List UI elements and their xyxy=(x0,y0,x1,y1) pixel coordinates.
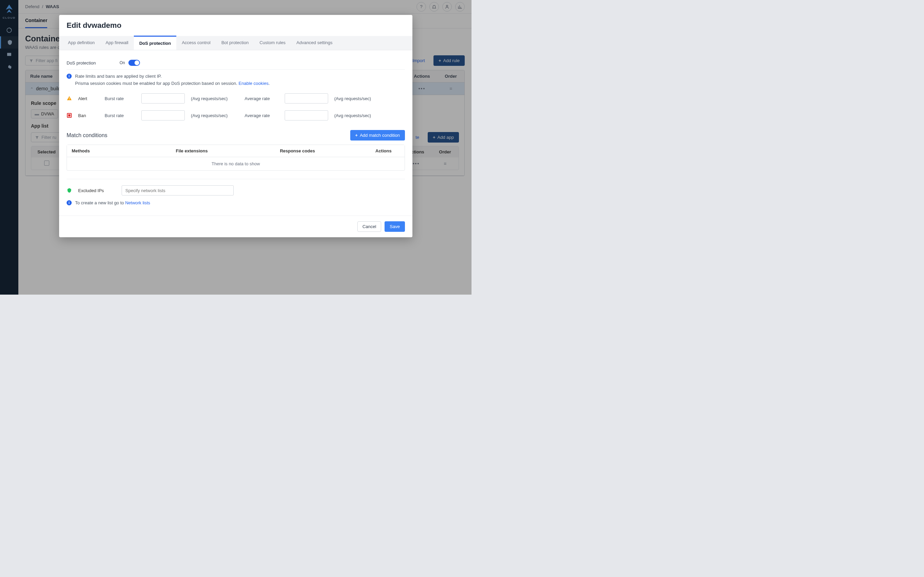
tab-bot-protection[interactable]: Bot protection xyxy=(216,36,254,50)
tab-access-control[interactable]: Access control xyxy=(176,36,216,50)
alert-label: Alert xyxy=(78,96,99,101)
match-empty-state: There is no data to show xyxy=(67,157,405,170)
info-text-1: Rate limits and bans are applied by clie… xyxy=(75,74,270,79)
edit-modal: Edit dvwademo App definition App firewal… xyxy=(59,15,412,237)
col-extensions: File extensions xyxy=(171,145,275,157)
match-conditions-table: Methods File extensions Response codes A… xyxy=(66,145,405,171)
col-response-codes: Response codes xyxy=(275,145,371,157)
info-icon: i xyxy=(66,200,72,205)
unit-label: (Avg requests/sec) xyxy=(334,96,382,101)
unit-label: (Avg requests/sec) xyxy=(191,96,239,101)
ban-icon xyxy=(66,113,72,118)
save-button[interactable]: Save xyxy=(384,221,405,232)
tab-advanced-settings[interactable]: Advanced settings xyxy=(291,36,338,50)
tab-app-firewall[interactable]: App firewall xyxy=(100,36,134,50)
ban-label: Ban xyxy=(78,113,99,118)
excluded-ips-input[interactable] xyxy=(122,185,234,195)
unit-label: (Avg requests/sec) xyxy=(334,113,382,118)
col-match-actions: Actions xyxy=(371,145,405,157)
alert-avg-input[interactable] xyxy=(285,93,328,103)
enable-cookies-link[interactable]: Enable cookies xyxy=(239,81,268,86)
network-lists-link[interactable]: Network lists xyxy=(125,200,150,205)
match-conditions-title: Match conditions xyxy=(66,132,107,139)
toggle-state: On xyxy=(120,60,125,65)
burst-label: Burst rate xyxy=(105,96,135,101)
ban-row: Ban Burst rate (Avg requests/sec) Averag… xyxy=(66,107,405,124)
network-lists-info: To create a new list go to xyxy=(75,200,124,205)
dos-toggle[interactable] xyxy=(128,60,140,66)
modal-tabs: App definition App firewall DoS protecti… xyxy=(59,36,412,50)
tab-custom-rules[interactable]: Custom rules xyxy=(254,36,291,50)
svg-rect-6 xyxy=(68,114,71,117)
avg-label: Average rate xyxy=(245,113,279,118)
col-methods: Methods xyxy=(67,145,171,157)
excluded-ips-label: Excluded IPs xyxy=(78,188,115,193)
burst-label: Burst rate xyxy=(105,113,135,118)
avg-label: Average rate xyxy=(245,96,279,101)
svg-rect-3 xyxy=(69,97,69,99)
modal-title: Edit dvwademo xyxy=(59,15,412,36)
cancel-button[interactable]: Cancel xyxy=(357,221,381,232)
ban-burst-input[interactable] xyxy=(141,110,185,121)
tab-dos-protection[interactable]: DoS protection xyxy=(134,35,176,50)
add-match-condition-button[interactable]: +Add match condition xyxy=(350,130,405,140)
info-icon: i xyxy=(66,74,72,79)
dos-label: DoS protection xyxy=(66,60,96,66)
info-text-2: Prisma session cookies must be enabled f… xyxy=(75,81,237,86)
ban-avg-input[interactable] xyxy=(285,110,328,121)
unit-label: (Avg requests/sec) xyxy=(191,113,239,118)
alert-row: Alert Burst rate (Avg requests/sec) Aver… xyxy=(66,90,405,107)
modal-overlay: Edit dvwademo App definition App firewal… xyxy=(0,0,472,295)
tab-app-definition[interactable]: App definition xyxy=(63,36,100,50)
alert-burst-input[interactable] xyxy=(141,93,185,103)
alert-icon xyxy=(66,96,72,101)
shield-icon xyxy=(66,188,72,193)
